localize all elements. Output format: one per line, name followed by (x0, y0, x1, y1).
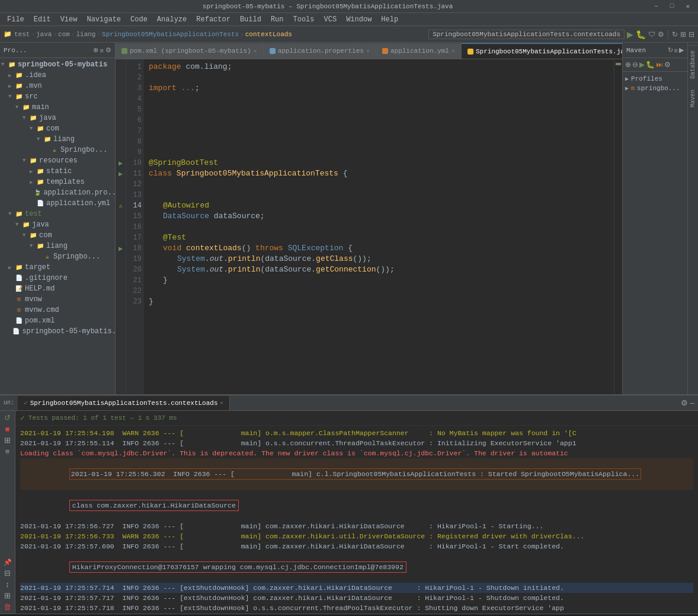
bottom-scroll-btn[interactable]: ↕ (5, 580, 9, 589)
bottom-pin-btn[interactable]: 📌 (4, 558, 12, 566)
tree-main-java[interactable]: ▼ 📁 java (0, 113, 115, 123)
maven-remove-btn[interactable]: ⊖ (632, 60, 638, 69)
stop-btn[interactable]: ■ (5, 425, 10, 433)
gutter-10[interactable]: ▶ (116, 158, 126, 168)
bottom-btn3[interactable]: ⊞ (4, 436, 11, 445)
bottom-tab-close[interactable]: ✕ (220, 400, 223, 406)
menu-help[interactable]: Help (376, 13, 403, 26)
coverage-button[interactable]: 🛡 (648, 30, 655, 39)
sync-button[interactable]: ↻ (672, 30, 678, 39)
run-gutter-icon-11[interactable]: ▶ (119, 170, 123, 178)
tree-helpmd[interactable]: ▶ 📝 HELP.md (0, 283, 115, 294)
tree-appprops[interactable]: ▶ 🍃 application.pro... (0, 187, 115, 198)
project-settings-btn[interactable]: ⚙ (105, 46, 111, 54)
maximize-btn[interactable]: □ (667, 2, 678, 10)
maven-side-tab[interactable]: Maven (689, 85, 697, 112)
run-gutter-icon-10[interactable]: ▶ (119, 159, 123, 168)
tree-gitignore[interactable]: ▶ 📄 .gitignore (0, 273, 115, 283)
maven-settings2-btn[interactable]: ⚙ (664, 60, 671, 69)
tree-src[interactable]: ▼ 📁 src (0, 91, 115, 102)
maven-profiles[interactable]: ▶ Profiles (625, 74, 685, 84)
run-more[interactable]: ⚙ (658, 30, 664, 39)
menu-code[interactable]: Code (126, 13, 152, 26)
tree-root[interactable]: ▼ 📁 springboot-05-mybatis (0, 59, 115, 70)
bottom-tab-test[interactable]: ✓ Springboot05MybatisApplicationTests.co… (18, 396, 230, 410)
appprops-tab-close[interactable]: ✕ (366, 47, 370, 55)
bookmark-button[interactable]: ⊞ (680, 30, 686, 39)
tree-templates[interactable]: ▶ 📁 templates (0, 177, 115, 187)
tab-appprops[interactable]: application.properties ✕ (264, 43, 376, 59)
gutter-11[interactable]: ▶ (116, 168, 126, 179)
tree-test-com[interactable]: ▼ 📁 com (0, 230, 115, 241)
maven-add-btn[interactable]: ⊕ (625, 60, 631, 69)
tree-idea[interactable]: ▶ 📁 .idea (0, 70, 115, 81)
maven-springbo[interactable]: ▶ m springbo... (625, 84, 685, 93)
close-btn[interactable]: ✕ (682, 2, 693, 10)
menu-navigate[interactable]: Navigate (82, 13, 126, 26)
minimize-btn[interactable]: – (651, 2, 662, 10)
tree-springboot-iml[interactable]: ▶ 📄 springboot-05-mybatis.i... (0, 326, 115, 337)
project-add-btn[interactable]: ⊕ (93, 46, 98, 54)
tab-appyml[interactable]: application.yml ✕ (376, 43, 462, 59)
menu-file[interactable]: File (2, 13, 29, 26)
tree-mvnw[interactable]: ▶ m mvnw (0, 294, 115, 305)
tree-test-java[interactable]: ▼ 📁 java (0, 219, 115, 230)
tab-test-java[interactable]: Springboot05MybatisApplicationTests.java… (462, 43, 622, 59)
menu-run[interactable]: Run (266, 13, 289, 26)
tree-springbo-main[interactable]: ▶ ☕ Springbo... (0, 145, 115, 155)
bottom-expand-btn[interactable]: ⊞ (4, 591, 11, 600)
console-output[interactable]: 2021-01-19 17:25:54.198 WARN 2636 --- [ … (15, 426, 698, 614)
menu-view[interactable]: View (56, 13, 82, 26)
menu-build[interactable]: Build (235, 13, 266, 26)
tree-pomxml[interactable]: ▶ 📄 pom.xml (0, 315, 115, 326)
bc-class[interactable]: Springboot05MybatisApplicationTests (102, 31, 239, 38)
run-gutter-icon-18[interactable]: ▶ (119, 244, 123, 253)
menu-refactor[interactable]: Refactor (191, 13, 235, 26)
tree-mvnwcmd[interactable]: ▶ m mvnw.cmd (0, 305, 115, 315)
tree-springbo-test[interactable]: ▶ ☕ Springbo... (0, 251, 115, 262)
rerun-btn[interactable]: ↺ (4, 413, 11, 422)
project-collapse-btn[interactable]: ≡ (100, 46, 104, 54)
pom-tab-close[interactable]: ✕ (254, 47, 257, 55)
debug-button[interactable]: 🐛 (636, 30, 646, 39)
maven-collapse-btn[interactable]: ≡ (674, 46, 678, 54)
tree-main[interactable]: ▼ 📁 main (0, 102, 115, 113)
maven-execute-btn[interactable]: ▶ (679, 46, 684, 54)
tree-test-liang[interactable]: ▼ 📁 liang (0, 241, 115, 251)
menu-analyze[interactable]: Analyze (152, 13, 191, 26)
tree-test[interactable]: ▼ 📁 test (0, 209, 115, 219)
maven-run-btn[interactable]: ▶ (639, 60, 645, 69)
tree-appyml[interactable]: ▶ 📄 application.yml (0, 198, 115, 209)
maven-debug-btn2[interactable]: 🐛 (646, 60, 655, 69)
tree-com[interactable]: ▼ 📁 com (0, 123, 115, 134)
menu-edit[interactable]: Edit (29, 13, 56, 26)
menu-tools[interactable]: Tools (289, 13, 319, 26)
gutter-18[interactable]: ▶ (116, 243, 126, 254)
tree-resources[interactable]: ▼ 📁 resources (0, 155, 115, 166)
maven-refresh-btn[interactable]: ↻ (668, 46, 673, 54)
menu-vcs[interactable]: VCS (319, 13, 342, 26)
layout-button[interactable]: ⊟ (689, 30, 694, 39)
bottom-btn4[interactable]: ≡ (5, 447, 10, 456)
bottom-filter-btn[interactable]: ⊟ (4, 569, 11, 577)
warn-gutter-icon-14[interactable]: ⚠ (119, 202, 122, 209)
tree-liang[interactable]: ▼ 📁 liang (0, 134, 115, 145)
bottom-hide-btn[interactable]: – (690, 398, 694, 407)
bc-java[interactable]: java (36, 31, 52, 38)
bc-liang[interactable]: liang (76, 31, 95, 38)
database-tab[interactable]: Database (689, 45, 697, 84)
maven-skip-btn[interactable]: ⏭ (656, 60, 663, 69)
tree-static[interactable]: ▶ 📁 static (0, 166, 115, 177)
bc-test[interactable]: test (14, 31, 30, 38)
appyml-tab-close[interactable]: ✕ (452, 47, 455, 55)
run-button[interactable]: ▶ (627, 30, 633, 39)
bottom-settings-btn[interactable]: ⚙ (681, 398, 688, 407)
tree-target[interactable]: ▶ 📁 target (0, 262, 115, 273)
code-editor[interactable]: package com.liang; import ...; @SpringBo… (144, 59, 614, 394)
tree-mvn[interactable]: ▶ 📁 .mvn (0, 81, 115, 91)
bottom-trash-btn[interactable]: 🗑 (4, 602, 11, 611)
tab-pom[interactable]: pom.xml (springboot-05-mybatis) ✕ (116, 43, 264, 59)
bc-com[interactable]: com (58, 31, 70, 38)
menu-window[interactable]: Window (341, 13, 376, 26)
bc-method[interactable]: contextLoads (245, 31, 292, 38)
